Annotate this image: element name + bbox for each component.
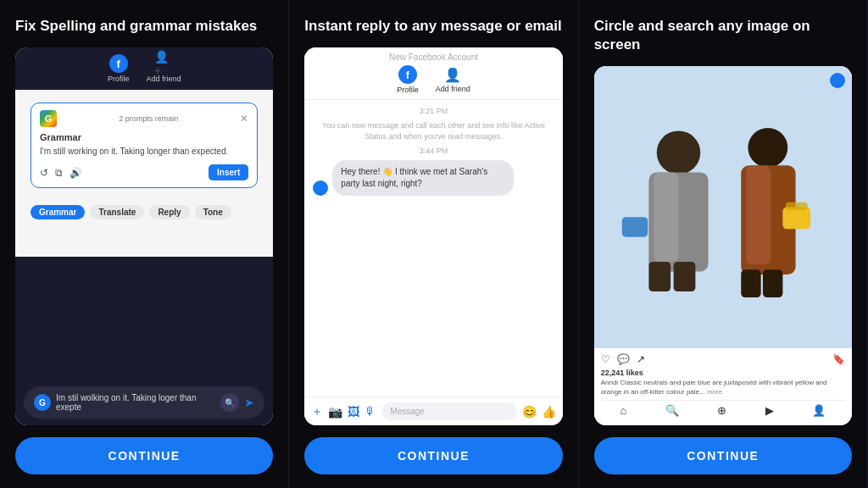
m-facebook-icon: f bbox=[398, 65, 417, 84]
messenger-input-bar: ＋ 📷 🖼 🎙 Message 😊 👍 bbox=[304, 396, 562, 425]
g-small-icon: G bbox=[34, 394, 51, 411]
bookmark-icon[interactable]: 🔖 bbox=[832, 353, 845, 365]
svg-rect-13 bbox=[621, 217, 647, 236]
insta-nav-bar: ⌂ 🔍 ⊕ ▶ 👤 bbox=[601, 400, 845, 420]
grammar-badge: 2 prompts remain bbox=[119, 114, 178, 123]
fashion-image-area bbox=[594, 66, 852, 348]
p1-add-friend-item: 👤+ Add friend bbox=[146, 54, 181, 83]
panel2-title: Instant reply to any message or email bbox=[304, 17, 561, 36]
emoji-icon[interactable]: 😊 bbox=[522, 405, 537, 419]
continue-button-3[interactable]: CONTINUE bbox=[594, 437, 852, 474]
messenger-icons-row: f Profile 👤 Add friend bbox=[313, 65, 554, 94]
panel3-title: Circle and search any image on screen bbox=[594, 17, 852, 54]
tab-tone[interactable]: Tone bbox=[195, 205, 231, 219]
panel2-mockup: New Facebook Account f Profile 👤 Add fri… bbox=[304, 47, 562, 425]
time-label-2: 3:44 PM bbox=[313, 147, 554, 155]
m-add-friend-label: Add friend bbox=[436, 85, 470, 93]
insert-button[interactable]: Insert bbox=[209, 164, 248, 180]
tab-grammar[interactable]: Grammar bbox=[31, 205, 85, 219]
thumbs-up-icon[interactable]: 👍 bbox=[542, 405, 556, 419]
send-icon[interactable]: ➤ bbox=[244, 396, 254, 409]
chat-row-received: Hey there! 👋 I think we met at Sarah's p… bbox=[313, 160, 554, 196]
p1-fb-header: f Profile 👤+ Add friend bbox=[15, 47, 273, 91]
avatar bbox=[313, 180, 328, 196]
m-profile-label: Profile bbox=[397, 86, 419, 94]
grammar-header: G 2 prompts remain ✕ bbox=[40, 110, 248, 127]
grammar-text: I'm still working on it. Taking longer t… bbox=[40, 146, 248, 158]
time-label-1: 3:21 PM bbox=[313, 107, 554, 115]
add-friend-icon: 👤+ bbox=[154, 54, 173, 73]
svg-rect-12 bbox=[786, 202, 808, 210]
svg-rect-5 bbox=[673, 262, 695, 291]
insta-reel-icon[interactable]: ▶ bbox=[765, 404, 774, 417]
svg-rect-4 bbox=[648, 262, 670, 291]
mic-icon[interactable]: 🎙 bbox=[364, 405, 376, 419]
profile-label: Profile bbox=[108, 75, 130, 83]
svg-rect-3 bbox=[654, 173, 678, 262]
comment-icon[interactable]: 💬 bbox=[617, 353, 630, 365]
grammar-tabs: Grammar Translate Reply Tone bbox=[22, 200, 266, 225]
panel3-mockup: ♡ 💬 ↗ 🔖 22,241 likes Anndi Classic neutr… bbox=[594, 66, 852, 425]
messenger-hint: New Facebook Account bbox=[313, 53, 554, 62]
system-message: You can now message and call each other … bbox=[313, 120, 554, 141]
insta-actions-row: ♡ 💬 ↗ 🔖 bbox=[601, 353, 845, 365]
svg-point-1 bbox=[656, 131, 700, 175]
svg-rect-11 bbox=[782, 208, 810, 230]
insta-profile-icon[interactable]: 👤 bbox=[812, 404, 826, 417]
insta-plus-icon[interactable]: ⊕ bbox=[717, 404, 726, 417]
p1-spacer bbox=[22, 230, 266, 251]
insta-description: Anndi Classic neutrals and pale blue are… bbox=[601, 379, 845, 396]
instagram-bar: ♡ 💬 ↗ 🔖 22,241 likes Anndi Classic neutr… bbox=[594, 348, 852, 425]
continue-button-1[interactable]: CONTINUE bbox=[15, 437, 273, 474]
close-icon[interactable]: ✕ bbox=[240, 113, 248, 125]
chat-bubble: Hey there! 👋 I think we met at Sarah's p… bbox=[332, 160, 513, 196]
m-profile-item: f Profile bbox=[397, 65, 419, 94]
svg-rect-0 bbox=[594, 108, 852, 307]
panel1-title: Fix Spelling and grammar mistakes bbox=[15, 17, 257, 36]
camera-icon[interactable]: 📷 bbox=[328, 405, 342, 419]
messenger-body: 3:21 PM You can now message and call eac… bbox=[304, 100, 562, 396]
copy-icon[interactable]: ⧉ bbox=[55, 167, 63, 179]
svg-rect-8 bbox=[746, 166, 771, 265]
insta-more[interactable]: more bbox=[707, 388, 722, 396]
p1-profile-item: f Profile bbox=[108, 54, 130, 83]
add-friend-label: Add friend bbox=[146, 75, 181, 83]
facebook-icon: f bbox=[109, 54, 128, 73]
svg-rect-10 bbox=[763, 269, 782, 297]
continue-button-2[interactable]: CONTINUE bbox=[304, 437, 562, 474]
plus-icon[interactable]: ＋ bbox=[311, 404, 323, 419]
image-icon[interactable]: 🖼 bbox=[348, 405, 359, 419]
tab-reply[interactable]: Reply bbox=[149, 205, 189, 219]
tab-translate[interactable]: Translate bbox=[90, 205, 144, 219]
speaker-icon[interactable]: 🔊 bbox=[70, 167, 82, 179]
chat-input-row: G Im stil wolking on it. Taking loger th… bbox=[24, 386, 264, 419]
grammar-area: G 2 prompts remain ✕ Grammar I'm still w… bbox=[15, 91, 273, 256]
search-icon[interactable]: 🔍 bbox=[220, 393, 239, 412]
m-add-friend-icon: 👤 bbox=[444, 67, 461, 83]
refresh-icon[interactable]: ↺ bbox=[40, 167, 48, 179]
fashion-svg bbox=[594, 66, 852, 348]
insta-likes: 22,241 likes bbox=[601, 369, 845, 377]
grammar-actions: ↺ ⧉ 🔊 Insert bbox=[40, 164, 248, 180]
panel-messenger: Instant reply to any message or email Ne… bbox=[289, 0, 578, 488]
heart-icon[interactable]: ♡ bbox=[601, 353, 610, 365]
message-input[interactable]: Message bbox=[381, 402, 516, 420]
p1-bottom: G Im stil wolking on it. Taking loger th… bbox=[15, 257, 273, 425]
grammar-label: Grammar bbox=[40, 132, 248, 142]
panel-image-search: Circle and search any image on screen bbox=[579, 0, 868, 488]
panel1-mockup: f Profile 👤+ Add friend G 2 prompts rema… bbox=[15, 47, 273, 425]
share-icon[interactable]: ↗ bbox=[637, 353, 645, 365]
insta-search-icon[interactable]: 🔍 bbox=[665, 404, 679, 417]
svg-point-6 bbox=[748, 128, 787, 168]
grammar-popup: G 2 prompts remain ✕ Grammar I'm still w… bbox=[31, 103, 258, 188]
chat-input-text[interactable]: Im stil wolking on it. Taking loger than… bbox=[56, 393, 215, 412]
panel-grammar: Fix Spelling and grammar mistakes f Prof… bbox=[0, 0, 289, 488]
svg-rect-9 bbox=[741, 269, 760, 297]
g-logo: G bbox=[40, 110, 57, 127]
m-add-friend-item: 👤 Add friend bbox=[436, 67, 470, 93]
insta-home-icon[interactable]: ⌂ bbox=[620, 404, 626, 417]
message-placeholder: Message bbox=[390, 407, 425, 416]
messenger-header: New Facebook Account f Profile 👤 Add fri… bbox=[304, 47, 562, 100]
